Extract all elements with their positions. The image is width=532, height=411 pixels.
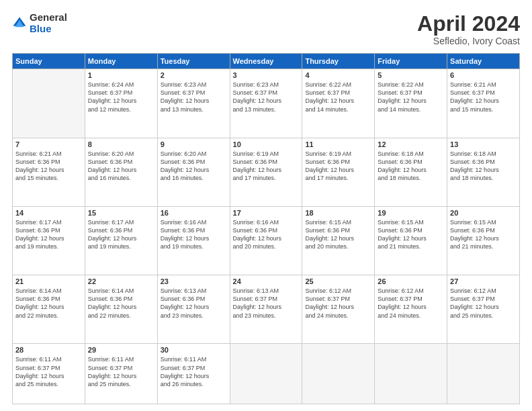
day-number: 25 [305, 277, 371, 285]
logo-blue: Blue [30, 24, 67, 35]
day-info: Sunrise: 6:20 AM Sunset: 6:36 PM Dayligh… [161, 150, 227, 183]
logo-general: General [30, 12, 67, 24]
calendar-day-cell [230, 344, 302, 404]
calendar-header-saturday: Saturday [447, 54, 520, 69]
day-info: Sunrise: 6:13 AM Sunset: 6:37 PM Dayligh… [233, 287, 300, 320]
day-number: 11 [305, 140, 371, 148]
day-number: 22 [88, 277, 154, 285]
day-info: Sunrise: 6:23 AM Sunset: 6:37 PM Dayligh… [161, 81, 227, 113]
day-info: Sunrise: 6:21 AM Sunset: 6:37 PM Dayligh… [450, 81, 517, 113]
day-info: Sunrise: 6:19 AM Sunset: 6:36 PM Dayligh… [233, 150, 300, 183]
calendar-day-cell: 25Sunrise: 6:12 AM Sunset: 6:37 PM Dayli… [302, 275, 375, 344]
calendar-header-friday: Friday [375, 54, 447, 69]
day-number: 28 [15, 346, 82, 354]
day-number: 6 [450, 71, 517, 79]
calendar-day-cell: 10Sunrise: 6:19 AM Sunset: 6:36 PM Dayli… [230, 138, 302, 206]
day-number: 7 [15, 140, 82, 148]
day-number: 14 [15, 209, 82, 217]
calendar-day-cell [13, 69, 85, 138]
calendar-day-cell: 1Sunrise: 6:24 AM Sunset: 6:37 PM Daylig… [85, 69, 157, 138]
day-info: Sunrise: 6:23 AM Sunset: 6:37 PM Dayligh… [233, 81, 300, 113]
day-info: Sunrise: 6:17 AM Sunset: 6:36 PM Dayligh… [15, 218, 82, 251]
day-number: 1 [88, 71, 154, 79]
day-number: 26 [378, 277, 444, 285]
day-info: Sunrise: 6:15 AM Sunset: 6:36 PM Dayligh… [450, 218, 517, 251]
logo: General Blue [12, 12, 67, 34]
day-number: 24 [233, 277, 300, 285]
day-info: Sunrise: 6:12 AM Sunset: 6:37 PM Dayligh… [450, 287, 517, 320]
calendar-day-cell: 28Sunrise: 6:11 AM Sunset: 6:37 PM Dayli… [13, 344, 85, 404]
calendar-day-cell: 14Sunrise: 6:17 AM Sunset: 6:36 PM Dayli… [13, 206, 85, 275]
day-info: Sunrise: 6:11 AM Sunset: 6:37 PM Dayligh… [15, 355, 82, 388]
day-info: Sunrise: 6:17 AM Sunset: 6:36 PM Dayligh… [88, 218, 154, 251]
calendar-day-cell: 16Sunrise: 6:16 AM Sunset: 6:36 PM Dayli… [157, 206, 230, 275]
day-number: 9 [161, 140, 227, 148]
day-number: 3 [233, 71, 300, 79]
day-info: Sunrise: 6:15 AM Sunset: 6:36 PM Dayligh… [378, 218, 444, 251]
calendar-header-monday: Monday [85, 54, 157, 69]
calendar-day-cell: 21Sunrise: 6:14 AM Sunset: 6:36 PM Dayli… [13, 275, 85, 344]
day-info: Sunrise: 6:12 AM Sunset: 6:37 PM Dayligh… [305, 287, 371, 320]
calendar-header-tuesday: Tuesday [157, 54, 230, 69]
day-info: Sunrise: 6:18 AM Sunset: 6:36 PM Dayligh… [450, 150, 517, 183]
day-info: Sunrise: 6:15 AM Sunset: 6:36 PM Dayligh… [305, 218, 371, 251]
day-info: Sunrise: 6:19 AM Sunset: 6:36 PM Dayligh… [305, 150, 371, 183]
day-info: Sunrise: 6:21 AM Sunset: 6:36 PM Dayligh… [15, 150, 82, 183]
day-number: 19 [378, 209, 444, 217]
day-number: 2 [161, 71, 227, 79]
calendar-day-cell: 26Sunrise: 6:12 AM Sunset: 6:37 PM Dayli… [375, 275, 447, 344]
day-number: 13 [450, 140, 517, 148]
calendar-day-cell: 5Sunrise: 6:22 AM Sunset: 6:37 PM Daylig… [375, 69, 447, 138]
calendar-header-sunday: Sunday [13, 54, 85, 69]
day-info: Sunrise: 6:14 AM Sunset: 6:36 PM Dayligh… [15, 287, 82, 320]
calendar-day-cell: 20Sunrise: 6:15 AM Sunset: 6:36 PM Dayli… [447, 206, 520, 275]
calendar-day-cell: 6Sunrise: 6:21 AM Sunset: 6:37 PM Daylig… [447, 69, 520, 138]
day-number: 5 [378, 71, 444, 79]
calendar-day-cell: 3Sunrise: 6:23 AM Sunset: 6:37 PM Daylig… [230, 69, 302, 138]
title-block: April 2024 Sefledio, Ivory Coast [417, 12, 520, 46]
day-number: 12 [378, 140, 444, 148]
day-info: Sunrise: 6:16 AM Sunset: 6:36 PM Dayligh… [161, 218, 227, 251]
day-number: 16 [161, 209, 227, 217]
calendar-day-cell: 7Sunrise: 6:21 AM Sunset: 6:36 PM Daylig… [13, 138, 85, 206]
day-info: Sunrise: 6:11 AM Sunset: 6:37 PM Dayligh… [88, 355, 154, 388]
day-info: Sunrise: 6:13 AM Sunset: 6:36 PM Dayligh… [161, 287, 227, 320]
calendar-day-cell: 4Sunrise: 6:22 AM Sunset: 6:37 PM Daylig… [302, 69, 375, 138]
day-number: 10 [233, 140, 300, 148]
calendar-table: SundayMondayTuesdayWednesdayThursdayFrid… [12, 53, 520, 404]
day-info: Sunrise: 6:22 AM Sunset: 6:37 PM Dayligh… [378, 81, 444, 113]
calendar-week-row: 21Sunrise: 6:14 AM Sunset: 6:36 PM Dayli… [13, 275, 520, 344]
calendar-header-wednesday: Wednesday [230, 54, 302, 69]
day-number: 18 [305, 209, 371, 217]
calendar-week-row: 1Sunrise: 6:24 AM Sunset: 6:37 PM Daylig… [13, 69, 520, 138]
calendar-day-cell: 15Sunrise: 6:17 AM Sunset: 6:36 PM Dayli… [85, 206, 157, 275]
day-number: 15 [88, 209, 154, 217]
calendar-day-cell: 27Sunrise: 6:12 AM Sunset: 6:37 PM Dayli… [447, 275, 520, 344]
calendar-day-cell: 13Sunrise: 6:18 AM Sunset: 6:36 PM Dayli… [447, 138, 520, 206]
calendar-day-cell: 19Sunrise: 6:15 AM Sunset: 6:36 PM Dayli… [375, 206, 447, 275]
calendar-day-cell: 8Sunrise: 6:20 AM Sunset: 6:36 PM Daylig… [85, 138, 157, 206]
day-number: 17 [233, 209, 300, 217]
logo-icon [12, 16, 27, 31]
calendar-day-cell: 2Sunrise: 6:23 AM Sunset: 6:37 PM Daylig… [157, 69, 230, 138]
day-number: 8 [88, 140, 154, 148]
calendar-day-cell: 11Sunrise: 6:19 AM Sunset: 6:36 PM Dayli… [302, 138, 375, 206]
day-number: 30 [161, 346, 227, 354]
day-number: 29 [88, 346, 154, 354]
day-info: Sunrise: 6:20 AM Sunset: 6:36 PM Dayligh… [88, 150, 154, 183]
calendar-week-row: 7Sunrise: 6:21 AM Sunset: 6:36 PM Daylig… [13, 138, 520, 206]
calendar-header-row: SundayMondayTuesdayWednesdayThursdayFrid… [13, 54, 520, 69]
day-number: 27 [450, 277, 517, 285]
day-info: Sunrise: 6:14 AM Sunset: 6:36 PM Dayligh… [88, 287, 154, 320]
calendar-week-row: 28Sunrise: 6:11 AM Sunset: 6:37 PM Dayli… [13, 344, 520, 404]
calendar-day-cell: 29Sunrise: 6:11 AM Sunset: 6:37 PM Dayli… [85, 344, 157, 404]
page: General Blue April 2024 Sefledio, Ivory … [0, 0, 532, 411]
day-number: 20 [450, 209, 517, 217]
day-number: 21 [15, 277, 82, 285]
location: Sefledio, Ivory Coast [417, 36, 520, 46]
day-info: Sunrise: 6:11 AM Sunset: 6:37 PM Dayligh… [161, 355, 227, 388]
calendar-day-cell [447, 344, 520, 404]
day-info: Sunrise: 6:16 AM Sunset: 6:36 PM Dayligh… [233, 218, 300, 251]
logo-text: General Blue [30, 12, 67, 34]
calendar-day-cell: 9Sunrise: 6:20 AM Sunset: 6:36 PM Daylig… [157, 138, 230, 206]
